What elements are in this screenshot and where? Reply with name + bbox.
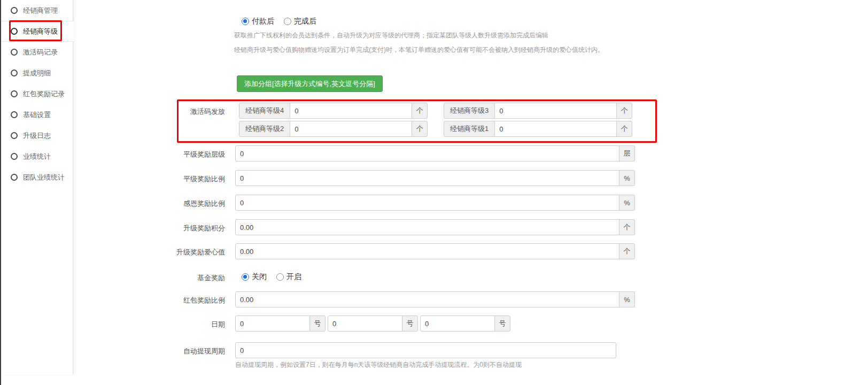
- sidebar-item-dealer-level[interactable]: 经销商等级: [1, 21, 74, 42]
- sidebar-item-label: 业绩统计: [23, 152, 51, 161]
- radio-fund-on[interactable]: 开启: [276, 272, 301, 282]
- percent-addon: %: [619, 195, 635, 211]
- sidebar-item-label: 升级日志: [23, 131, 51, 141]
- group-prefix-label: 经销商等级2: [239, 121, 290, 137]
- field-label-fund-reward: 基金奖励: [128, 273, 225, 283]
- radio-label: 完成后: [294, 17, 316, 26]
- group-prefix-label: 经销商等级3: [444, 103, 495, 119]
- sidebar-item-performance-stats[interactable]: 业绩统计: [1, 146, 73, 167]
- field-label-date: 日期: [128, 320, 225, 329]
- field-row: [235, 342, 616, 358]
- activation-group-level3: 经销商等级3 个: [444, 103, 632, 119]
- activation-level3-input[interactable]: [494, 103, 617, 119]
- radio-selected-icon[interactable]: [242, 18, 249, 25]
- field-label-auto-withdraw-cycle: 自动提现周期: [128, 346, 225, 356]
- unit-addon: 个: [619, 243, 635, 259]
- sidebar-item-label: 基础设置: [23, 110, 51, 120]
- date-input-3[interactable]: [420, 315, 495, 332]
- day-addon: 号: [402, 315, 418, 332]
- sidebar-item-label: 经销商管理: [23, 6, 58, 16]
- date-field-row: 号 号 号: [235, 315, 510, 332]
- auto-withdraw-cycle-input[interactable]: [235, 342, 616, 358]
- circle-icon: [11, 7, 18, 14]
- sidebar-item-commission-details[interactable]: 提成明细: [1, 63, 73, 83]
- day-addon: 号: [309, 315, 326, 332]
- circle-icon: [11, 49, 18, 56]
- circle-icon: [11, 174, 18, 181]
- radio-label: 关闭: [252, 272, 267, 282]
- redpacket-reward-ratio-input[interactable]: [235, 291, 619, 307]
- add-group-button[interactable]: 添加分组[选择升级方式编号,英文逗号分隔]: [237, 75, 383, 92]
- field-row: 层: [235, 145, 635, 161]
- radio-selected-icon[interactable]: [242, 273, 249, 281]
- sidebar-item-label: 红包奖励记录: [23, 89, 65, 99]
- day-addon: 号: [494, 315, 510, 332]
- radio-after-completion[interactable]: 完成后: [284, 17, 316, 26]
- unit-addon: 个: [619, 219, 635, 235]
- unit-addon: 个: [412, 103, 428, 119]
- page: 经销商管理 经销商等级 激活码记录 提成明细 红包奖励记录 基础设置 升级日志: [0, 0, 868, 385]
- field-row: 个: [235, 219, 635, 235]
- radio-unselected-icon[interactable]: [284, 18, 291, 25]
- same-level-reward-ratio-input[interactable]: [235, 170, 619, 186]
- unit-addon: 层: [619, 145, 635, 161]
- field-label-upgrade-reward-love-value: 升级奖励爱心值: [128, 248, 225, 257]
- field-label-same-level-reward-ratio: 平级奖励比例: [128, 174, 225, 184]
- gratitude-reward-ratio-input[interactable]: [235, 195, 619, 211]
- sidebar-item-label: 激活码记录: [23, 48, 58, 57]
- sidebar-item-label: 提成明细: [23, 68, 51, 78]
- activation-level2-input[interactable]: [290, 121, 412, 137]
- date-input-2[interactable]: [328, 315, 402, 332]
- sidebar-item-redpacket-reward-records[interactable]: 红包奖励记录: [1, 83, 73, 104]
- circle-icon: [11, 28, 18, 35]
- field-row: 个: [235, 243, 635, 259]
- field-label-redpacket-reward-ratio: 红包奖励比例: [128, 296, 225, 305]
- upgrade-timing-radio-group: 付款后 完成后: [242, 17, 326, 26]
- circle-icon: [11, 153, 18, 160]
- activation-level1-input[interactable]: [494, 121, 617, 137]
- group-prefix-label: 经销商等级4: [239, 103, 290, 119]
- field-label-same-level-reward-layers: 平级奖励层级: [128, 150, 225, 159]
- same-level-reward-layers-input[interactable]: [235, 145, 619, 161]
- fund-reward-radio-group: 关闭 开启: [242, 272, 311, 282]
- upgrade-reward-love-value-input[interactable]: [235, 243, 619, 259]
- radio-label: 开启: [286, 272, 301, 282]
- unit-addon: 个: [616, 103, 632, 119]
- circle-icon: [11, 111, 18, 118]
- field-label-upgrade-reward-points: 升级奖励积分: [128, 224, 225, 233]
- upgrade-hint-2: 经销商升级与爱心值购物赠送均设置为订单完成(支付)时，本笔订单赠送的爱心值有可能…: [234, 45, 604, 55]
- radio-fund-off[interactable]: 关闭: [242, 272, 267, 282]
- unit-addon: 个: [616, 121, 632, 137]
- activation-group-level2: 经销商等级2 个: [239, 121, 428, 137]
- radio-label: 付款后: [252, 17, 274, 26]
- sidebar: 经销商管理 经销商等级 激活码记录 提成明细 红包奖励记录 基础设置 升级日志: [1, 0, 73, 374]
- percent-addon: %: [619, 170, 635, 186]
- unit-addon: 个: [412, 121, 428, 137]
- sidebar-item-team-performance-stats[interactable]: 团队业绩统计: [1, 167, 73, 188]
- upgrade-hint-1: 获取推广下线权利的会员达到条件，自动升级为对应等级的代理商；指定某团队等级人数升…: [234, 31, 548, 40]
- field-row: %: [235, 291, 635, 307]
- field-row: %: [235, 195, 635, 211]
- radio-after-payment[interactable]: 付款后: [242, 17, 274, 26]
- sidebar-item-upgrade-log[interactable]: 升级日志: [1, 125, 73, 146]
- sidebar-item-activation-code-records[interactable]: 激活码记录: [1, 42, 73, 63]
- circle-icon: [11, 70, 18, 76]
- percent-addon: %: [619, 291, 635, 307]
- group-prefix-label: 经销商等级1: [444, 121, 495, 137]
- radio-unselected-icon[interactable]: [276, 273, 284, 281]
- auto-withdraw-hint: 自动提现周期，例如设置7日，则在每月每n天该等级经销商自动完成手动提现流程。为0…: [235, 360, 522, 369]
- activation-group-level1: 经销商等级1 个: [444, 121, 632, 137]
- sidebar-item-label: 团队业绩统计: [23, 173, 65, 182]
- upgrade-reward-points-input[interactable]: [235, 219, 619, 235]
- activation-group-level4: 经销商等级4 个: [239, 103, 428, 119]
- circle-icon: [11, 132, 18, 139]
- date-input-1[interactable]: [235, 315, 310, 332]
- circle-icon: [11, 90, 18, 97]
- sidebar-item-label: 经销商等级: [23, 27, 58, 36]
- sidebar-item-basic-settings[interactable]: 基础设置: [1, 104, 73, 125]
- activation-section-label: 激活码发放: [128, 107, 225, 117]
- sidebar-item-dealer-management[interactable]: 经销商管理: [1, 0, 73, 21]
- field-label-gratitude-reward-ratio: 感恩奖励比例: [128, 199, 225, 209]
- activation-level4-input[interactable]: [290, 103, 412, 119]
- field-row: %: [235, 170, 635, 186]
